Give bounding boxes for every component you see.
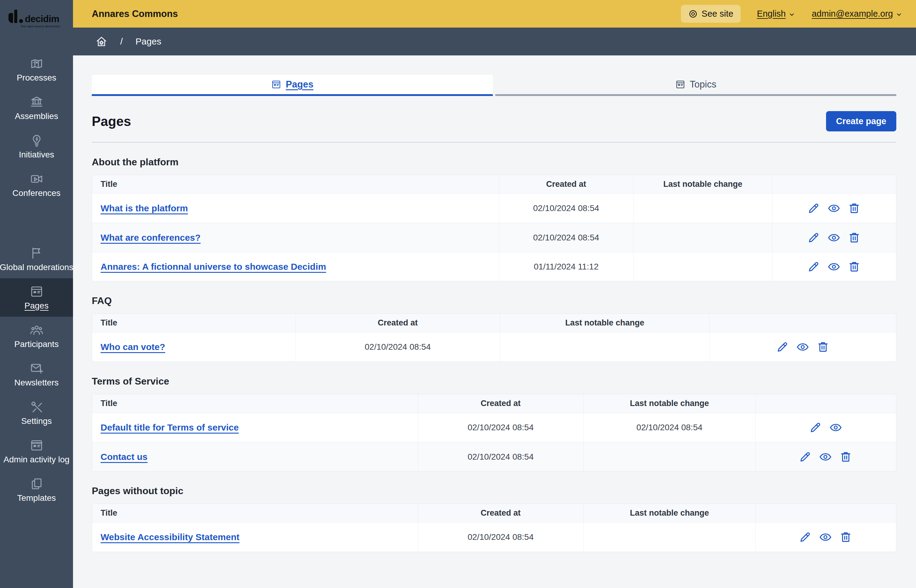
article-icon	[675, 79, 686, 90]
tab-topics-label: Topics	[690, 79, 716, 90]
see-site-eye-icon	[688, 9, 698, 19]
actions-cell	[756, 523, 896, 552]
trash-icon	[848, 202, 861, 215]
edit-button[interactable]	[807, 260, 821, 274]
sidebar-item-initiatives[interactable]: Initiatives	[0, 127, 73, 166]
page-title: Pages	[92, 114, 131, 129]
edit-button[interactable]	[798, 530, 812, 544]
sidebar-item-settings[interactable]: Settings	[0, 394, 73, 432]
page-header: Pages Create page	[92, 111, 896, 131]
sidebar-item-label: Admin activity log	[4, 455, 70, 464]
last-notable-change-cell	[583, 523, 756, 552]
delete-button[interactable]	[848, 260, 861, 274]
sidebar-item-label: Processes	[17, 73, 56, 82]
sidebar-item-label: Initiatives	[19, 150, 54, 160]
page-title-link[interactable]: Contact us	[100, 452, 147, 462]
decidim-logo: decidim free open-source democracy	[0, 0, 73, 33]
page-title-link[interactable]: What are conferences?	[100, 233, 201, 242]
preview-button[interactable]	[819, 450, 833, 464]
pages-section: Terms of Service TitleCreated atLast not…	[92, 376, 896, 472]
delete-button[interactable]	[839, 450, 853, 464]
eye-icon	[819, 530, 832, 544]
sidebar-item-newsletters[interactable]: Newsletters	[0, 355, 73, 394]
page-title-link[interactable]: Default title for Terms of service	[100, 422, 239, 432]
account-email-label: admin@example.org	[812, 9, 893, 19]
preview-button[interactable]	[819, 530, 833, 544]
page-title-cell: Who can vote?	[92, 333, 295, 362]
sidebar-item-label: Settings	[21, 417, 52, 426]
sidebar-item-pages[interactable]: Pages	[0, 278, 73, 317]
see-site-label: See site	[702, 9, 733, 19]
column-header: Last notable change	[583, 504, 756, 523]
edit-button[interactable]	[776, 340, 790, 354]
last-notable-change-cell	[583, 442, 756, 471]
table-row: Default title for Terms of service02/10/…	[92, 413, 896, 442]
column-header: Last notable change	[500, 314, 710, 333]
sidebar-group: Processes Assemblies Initiatives Confere…	[0, 50, 73, 204]
page-title-link[interactable]: Annares: A fictionnal universe to showca…	[100, 262, 326, 271]
breadcrumb-home-link[interactable]	[95, 36, 108, 48]
pencil-icon	[798, 450, 812, 464]
pencil-icon	[807, 202, 820, 215]
edit-button[interactable]	[807, 201, 821, 215]
last-notable-change-cell	[633, 252, 772, 281]
pages-section: FAQ TitleCreated atLast notable change W…	[92, 295, 896, 362]
table-row: What are conferences?02/10/2024 08:54	[92, 223, 896, 252]
actions-cell	[772, 194, 896, 223]
actions-cell	[756, 442, 896, 471]
tab-pages[interactable]: Pages	[92, 75, 493, 96]
preview-button[interactable]	[827, 260, 841, 274]
last-notable-change-cell: 02/10/2024 08:54	[583, 413, 756, 442]
created-at-cell: 02/10/2024 08:54	[499, 223, 633, 252]
last-notable-change-cell	[633, 194, 772, 223]
preview-button[interactable]	[827, 231, 841, 245]
trash-icon	[816, 340, 830, 354]
language-dropdown[interactable]: English	[757, 9, 795, 19]
last-notable-change-cell	[633, 223, 772, 252]
account-dropdown[interactable]: admin@example.org	[812, 9, 903, 19]
sidebar-item-admin-activity-log[interactable]: Admin activity log	[0, 432, 73, 470]
column-header: Title	[92, 175, 499, 194]
trash-icon	[848, 260, 861, 273]
create-page-button[interactable]: Create page	[826, 111, 896, 131]
header-divider	[92, 142, 896, 143]
table-row: Annares: A fictionnal universe to showca…	[92, 252, 896, 281]
preview-button[interactable]	[829, 420, 843, 435]
edit-button[interactable]	[798, 450, 812, 464]
see-site-button[interactable]: See site	[681, 5, 741, 23]
column-header	[709, 314, 896, 333]
edit-button[interactable]	[809, 420, 823, 435]
breadcrumb-separator: /	[120, 36, 123, 47]
pages-table: TitleCreated atLast notable change Defau…	[92, 394, 896, 472]
sidebar-item-templates[interactable]: Templates	[0, 470, 73, 509]
page-title-link[interactable]: Who can vote?	[100, 342, 165, 352]
decidim-logo-icon	[8, 9, 23, 23]
trash-icon	[839, 530, 852, 544]
delete-button[interactable]	[848, 231, 861, 245]
tools-icon	[30, 400, 44, 414]
created-at-cell: 02/10/2024 08:54	[418, 442, 583, 471]
last-notable-change-cell	[500, 333, 710, 362]
preview-button[interactable]	[827, 201, 841, 215]
breadcrumb-current: Pages	[135, 36, 161, 47]
column-header	[772, 175, 896, 194]
trash-icon	[839, 450, 852, 464]
pages-section: Pages without topic TitleCreated atLast …	[92, 485, 896, 552]
sidebar-item-assemblies[interactable]: Assemblies	[0, 89, 73, 127]
tab-pages-label: Pages	[286, 79, 313, 90]
sidebar-group: Global moderations Pages Participants Ne…	[0, 240, 73, 509]
page-title-link[interactable]: What is the platform	[100, 203, 188, 213]
column-header: Created at	[418, 394, 583, 413]
sidebar-item-conferences[interactable]: Conferences	[0, 166, 73, 204]
delete-button[interactable]	[839, 530, 853, 544]
delete-button[interactable]	[816, 340, 830, 354]
page-title-link[interactable]: Website Accessibility Statement	[100, 532, 240, 542]
sidebar-item-global-moderations[interactable]: Global moderations	[0, 240, 73, 278]
preview-button[interactable]	[796, 340, 810, 354]
sidebar-item-processes[interactable]: Processes	[0, 50, 73, 89]
sidebar-item-participants[interactable]: Participants	[0, 317, 73, 355]
table-row: Who can vote?02/10/2024 08:54	[92, 333, 896, 362]
edit-button[interactable]	[807, 231, 821, 245]
tab-topics[interactable]: Topics	[495, 75, 896, 96]
delete-button[interactable]	[848, 201, 861, 215]
